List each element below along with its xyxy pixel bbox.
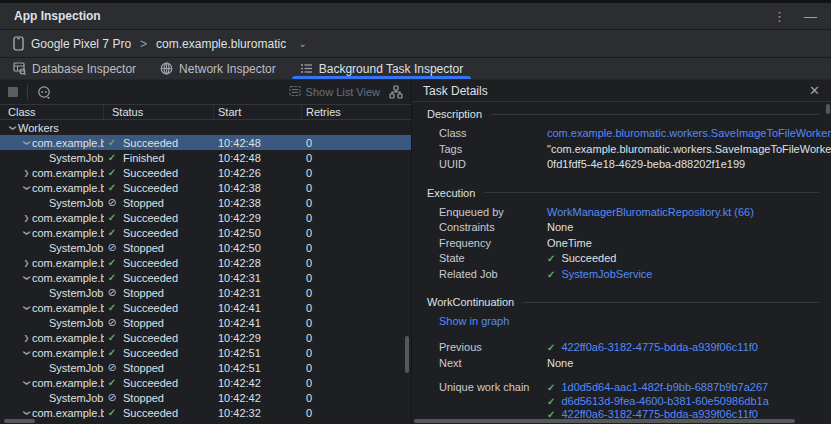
cell-retries: 0 bbox=[302, 167, 411, 179]
chevron-icon[interactable]: ❯ bbox=[23, 377, 31, 388]
tab-background-task-inspector[interactable]: Background Task Inspector bbox=[291, 58, 473, 79]
cell-status: ✓ Succeeded bbox=[104, 377, 214, 389]
cell-start: 10:42:51 bbox=[214, 362, 302, 374]
cell-start: 10:42:38 bbox=[214, 197, 302, 209]
cell-retries: 0 bbox=[302, 152, 411, 164]
cell-status: ✓ Finished bbox=[104, 152, 214, 164]
chevron-icon[interactable]: ❯ bbox=[23, 182, 31, 193]
chevron-icon[interactable]: ❯ bbox=[21, 334, 32, 342]
chevron-icon[interactable]: ❯ bbox=[23, 407, 31, 418]
cell-class: ❯ com.example.bl bbox=[0, 210, 104, 225]
cell-start: 10:42:48 bbox=[214, 152, 302, 164]
cell-retries: 0 bbox=[302, 347, 411, 359]
cell-retries: 0 bbox=[302, 227, 411, 239]
stopped-icon: ⊘ bbox=[106, 196, 118, 209]
chevron-icon[interactable]: ❯ bbox=[23, 302, 31, 313]
show-list-view-button[interactable]: Show List View bbox=[289, 85, 380, 99]
table-row[interactable]: ❯ com.example.bl ✓ Succeeded 10:42:38 0 bbox=[0, 180, 411, 195]
cell-start: 10:42:51 bbox=[214, 347, 302, 359]
horizontal-scrollbar[interactable] bbox=[4, 419, 35, 423]
table-row[interactable]: SystemJobS ⊘ Stopped 10:42:38 0 bbox=[0, 195, 411, 210]
detail-label: Enqueued by bbox=[439, 206, 547, 218]
chevron-icon[interactable]: ❯ bbox=[23, 347, 31, 358]
table-row[interactable]: ❯ com.example.bl ✓ Succeeded 10:42:32 0 bbox=[0, 405, 411, 420]
table-row[interactable]: ❯ com.example.bl ✓ Succeeded 10:42:48 0 bbox=[0, 135, 411, 150]
cell-class: ❯ com.example.bl bbox=[0, 255, 104, 270]
chevron-icon[interactable]: ❯ bbox=[9, 122, 17, 133]
minimize-icon[interactable]: — bbox=[804, 10, 817, 23]
section-title: Description bbox=[427, 108, 819, 120]
table-row[interactable]: SystemJobS ⊘ Stopped 10:42:50 0 bbox=[0, 240, 411, 255]
cell-status: ⊘ Stopped bbox=[104, 316, 214, 329]
stopped-icon: ⊘ bbox=[106, 361, 118, 374]
database-inspector-icon bbox=[13, 62, 26, 75]
filter-tags-icon[interactable] bbox=[37, 85, 52, 100]
phone-icon bbox=[13, 36, 24, 51]
chevron-icon[interactable]: ❯ bbox=[21, 259, 32, 267]
details-horizontal-scrollbar[interactable] bbox=[414, 419, 795, 423]
cell-retries: 0 bbox=[302, 377, 411, 389]
cell-status: ✓ Succeeded bbox=[104, 212, 214, 224]
detail-value-link[interactable]: 422ff0a6-3182-4775-bdda-a939f06c11f0 bbox=[561, 341, 758, 353]
table-row[interactable]: ❯ com.example.bl ✓ Succeeded 10:42:29 0 bbox=[0, 210, 411, 225]
details-vertical-scrollbar[interactable] bbox=[826, 104, 830, 114]
table-row[interactable]: ❯ com.example.bl ✓ Succeeded 10:42:26 0 bbox=[0, 165, 411, 180]
table-row[interactable]: ❯ com.example.bl ✓ Succeeded 10:42:42 0 bbox=[0, 375, 411, 390]
table-row[interactable]: SystemJobS ⊘ Stopped 10:42:42 0 bbox=[0, 390, 411, 405]
cell-start: 10:42:31 bbox=[214, 272, 302, 284]
detail-value: 0fd1fdf5-4e18-4629-beba-d88202f1e199 bbox=[547, 158, 745, 170]
stopped-icon: ⊘ bbox=[106, 391, 118, 404]
chevron-icon[interactable]: ❯ bbox=[21, 169, 32, 177]
cell-class: ❯ Workers bbox=[0, 120, 104, 135]
cell-status: ⊘ Stopped bbox=[104, 361, 214, 374]
more-options-icon[interactable]: ⋮ bbox=[773, 10, 786, 23]
detail-value-link[interactable]: d6d5613d-9fea-4600-b381-60e50986db1a bbox=[561, 395, 768, 409]
detail-value-link[interactable]: 1d0d5d64-aac1-482f-b9bb-6887b9b7a267 bbox=[561, 381, 768, 395]
column-header-status[interactable]: Status bbox=[104, 105, 214, 119]
show-graph-view-icon[interactable] bbox=[389, 85, 403, 99]
column-header-start[interactable]: Start bbox=[214, 105, 302, 119]
table-row[interactable]: ❯ Workers bbox=[0, 120, 411, 135]
chevron-icon[interactable]: ❯ bbox=[23, 227, 31, 238]
task-details-header: Task Details ✕ bbox=[412, 80, 831, 102]
table-row[interactable]: ❯ com.example.bl ✓ Succeeded 10:42:51 0 bbox=[0, 345, 411, 360]
workers-table: ❯ Workers ❯ com.example.bl ✓ Succeeded 1… bbox=[0, 120, 411, 420]
detail-label: Next bbox=[439, 357, 547, 369]
close-icon[interactable]: ✕ bbox=[809, 83, 820, 98]
column-header-class[interactable]: Class bbox=[0, 105, 104, 119]
cell-class: ❯ com.example.bl bbox=[0, 300, 104, 315]
section-description: DescriptionClasscom.example.bluromatic.w… bbox=[427, 108, 819, 174]
table-row[interactable]: SystemJobS ⊘ Stopped 10:42:31 0 bbox=[0, 285, 411, 300]
tab-database-inspector[interactable]: Database Inspector bbox=[4, 58, 145, 79]
detail-row: UUID0fd1fdf5-4e18-4629-beba-d88202f1e199 bbox=[427, 158, 819, 174]
show-in-graph-link[interactable]: Show in graph bbox=[439, 315, 509, 327]
detail-value: None bbox=[547, 221, 573, 233]
cell-status: ✓ Succeeded bbox=[104, 347, 214, 359]
chevron-icon[interactable]: ❯ bbox=[21, 214, 32, 222]
detail-value: OneTime bbox=[547, 237, 592, 249]
detail-value-link[interactable]: com.example.bluromatic.workers.SaveImage… bbox=[547, 127, 831, 139]
detail-value-link[interactable]: SystemJobService bbox=[561, 268, 652, 280]
show-list-view-icon bbox=[289, 85, 301, 99]
table-row[interactable]: ❯ com.example.bl ✓ Succeeded 10:42:29 0 bbox=[0, 330, 411, 345]
detail-label: Related Job bbox=[439, 268, 547, 280]
chevron-icon[interactable]: ❯ bbox=[23, 137, 31, 148]
vertical-scrollbar[interactable] bbox=[405, 336, 409, 373]
cell-status: ✓ Succeeded bbox=[104, 302, 214, 314]
table-row[interactable]: SystemJobS ⊘ Stopped 10:42:41 0 bbox=[0, 315, 411, 330]
device-selector[interactable]: Google Pixel 7 Pro > com.example.bluroma… bbox=[0, 30, 831, 58]
detail-label: Frequency bbox=[439, 237, 547, 249]
tab-network-inspector[interactable]: Network Inspector bbox=[151, 58, 285, 79]
table-row[interactable]: ❯ com.example.bl ✓ Succeeded 10:42:28 0 bbox=[0, 255, 411, 270]
cell-start: 10:42:41 bbox=[214, 317, 302, 329]
stop-inspection-icon[interactable] bbox=[8, 87, 18, 97]
detail-value-link[interactable]: WorkManagerBluromaticRepository.kt (66) bbox=[547, 206, 754, 218]
cell-retries: 0 bbox=[302, 242, 411, 254]
table-row[interactable]: ❯ com.example.bl ✓ Succeeded 10:42:41 0 bbox=[0, 300, 411, 315]
table-row[interactable]: ❯ com.example.bl ✓ Succeeded 10:42:31 0 bbox=[0, 270, 411, 285]
table-row[interactable]: ❯ com.example.bl ✓ Succeeded 10:42:50 0 bbox=[0, 225, 411, 240]
table-row[interactable]: SystemJobS ⊘ Stopped 10:42:51 0 bbox=[0, 360, 411, 375]
table-row[interactable]: SystemJobS ✓ Finished 10:42:48 0 bbox=[0, 150, 411, 165]
column-header-retries[interactable]: Retries bbox=[302, 105, 411, 119]
chevron-icon[interactable]: ❯ bbox=[23, 272, 31, 283]
